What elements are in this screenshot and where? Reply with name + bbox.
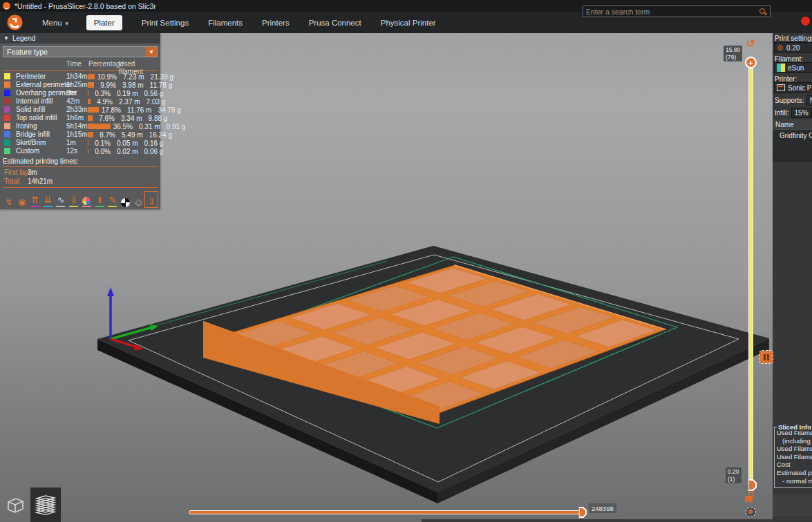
window-bottom-edge bbox=[422, 519, 773, 522]
pause-prints-icon[interactable]: ‖ bbox=[93, 192, 106, 207]
tab-prusa-connect[interactable]: Prusa Connect bbox=[309, 19, 361, 27]
unlock-icon[interactable] bbox=[744, 492, 755, 504]
moves-slider-track[interactable] bbox=[189, 510, 583, 514]
feature-color-swatch bbox=[4, 106, 10, 113]
dropdown-arrow-icon[interactable]: ▼ bbox=[146, 47, 157, 57]
app-logo-icon bbox=[3, 2, 10, 10]
print-settings-value: 0.20 bbox=[786, 44, 800, 52]
legend-title: Legend bbox=[12, 35, 35, 42]
legend-panel: ▼ Legend Feature type ▼ Time Percentage … bbox=[0, 33, 160, 209]
filament-color-swatch bbox=[777, 64, 785, 72]
legend-row: Overhang perimeter3m0.3%0.19 m0.56 g bbox=[3, 89, 158, 97]
printer-icon bbox=[777, 84, 785, 91]
legend-row: Ironing5h14m36.5%0.31 m0.91 g bbox=[3, 122, 158, 130]
object-list: Name Gridfinity Ca bbox=[773, 119, 812, 162]
sliced-info-line: Estimated prin bbox=[777, 469, 812, 477]
infill-row: Infill: 15% bbox=[775, 108, 812, 118]
cube-icon bbox=[3, 493, 27, 516]
legend-row: Internal infill42m4.9%2.37 m7.03 g bbox=[3, 97, 158, 106]
supports-row: Supports: Non bbox=[775, 95, 812, 106]
infill-label: Infill: bbox=[775, 109, 789, 117]
retractions-icon[interactable]: ⇈ bbox=[29, 192, 41, 207]
infill-dropdown[interactable]: 15% bbox=[791, 108, 812, 118]
object-item[interactable]: Gridfinity Ca bbox=[773, 130, 812, 139]
sliced-info-line: Used Filament bbox=[777, 453, 812, 461]
seams-icon[interactable]: ∿ bbox=[55, 192, 67, 207]
tab-printers[interactable]: Printers bbox=[262, 19, 290, 27]
sliced-info-line: Used Filament bbox=[777, 445, 812, 453]
notification-badge[interactable] bbox=[801, 17, 810, 26]
legend-row: Solid infill2h33m17.8%11.76 m34.79 g bbox=[3, 106, 158, 114]
sliced-info-line: Cost bbox=[777, 461, 812, 469]
filament-dropdown[interactable]: eSun bbox=[774, 62, 812, 73]
filament-value: eSun bbox=[788, 64, 804, 72]
legend-table-header: Time Percentage Used filament bbox=[3, 60, 158, 70]
feature-color-swatch bbox=[4, 148, 10, 154]
supports-dropdown[interactable]: Non bbox=[806, 95, 812, 106]
sliced-info-title: Sliced Info bbox=[777, 423, 812, 431]
tab-print-settings[interactable]: Print Settings bbox=[142, 19, 189, 27]
search-input[interactable]: Enter a search term bbox=[583, 6, 771, 17]
slider-settings-icon[interactable] bbox=[746, 507, 756, 517]
sidebar-bottom-box bbox=[773, 494, 812, 516]
legend-header[interactable]: ▼ Legend bbox=[0, 33, 160, 44]
prusa-logo-icon bbox=[7, 14, 23, 30]
menu-button[interactable]: Menu▼ bbox=[42, 19, 70, 27]
center-of-gravity-icon[interactable] bbox=[120, 192, 132, 207]
view-type-dropdown[interactable]: Feature type ▼ bbox=[3, 46, 158, 57]
sliced-info-line: - normal mo bbox=[777, 477, 812, 485]
tab-plater[interactable]: Plater bbox=[86, 15, 122, 30]
legend-row: Bridge infill1h15m8.7%5.49 m16.24 g bbox=[3, 130, 158, 139]
feature-color-swatch bbox=[4, 81, 10, 88]
preview-options-toolbar: ↯ ◉ ⇈ ⇊ ∿ ⇓ ‖ ✎ ◇ ⇩ bbox=[3, 191, 158, 207]
shells-icon[interactable]: ◇ bbox=[133, 192, 145, 207]
feature-color-swatch bbox=[4, 123, 10, 129]
layer-slider-bottom-tooltip: 0.20(1) bbox=[726, 467, 742, 483]
printer-value: Sonic P bbox=[788, 84, 811, 92]
layer-slider-top-handle[interactable]: + bbox=[745, 57, 757, 68]
printer-dropdown[interactable]: Sonic P bbox=[774, 82, 812, 93]
feature-color-swatch bbox=[4, 90, 10, 96]
preview-view-button[interactable] bbox=[30, 487, 61, 522]
supports-label: Supports: bbox=[775, 97, 804, 104]
deretractions-icon[interactable]: ⇊ bbox=[41, 192, 54, 207]
search-icon[interactable] bbox=[759, 8, 767, 16]
wipe-moves-icon[interactable]: ◉ bbox=[16, 192, 28, 207]
object-list-header: Name bbox=[773, 119, 812, 130]
one-layer-icon[interactable]: ⇩ bbox=[145, 192, 158, 207]
moves-slider-value: 248398 bbox=[589, 503, 616, 513]
search-placeholder: Enter a search term bbox=[586, 8, 759, 16]
settings-sidebar: Print settings: ⚙ 0.20 Filament: eSun Pr… bbox=[773, 33, 812, 522]
sliced-info-panel: Sliced Info Used Filament (including s U… bbox=[774, 427, 812, 488]
reset-slider-icon[interactable]: ↺ bbox=[746, 37, 755, 50]
travel-moves-icon[interactable]: ↯ bbox=[3, 192, 15, 207]
feature-color-swatch bbox=[4, 115, 10, 121]
view-type-value: Feature type bbox=[3, 48, 146, 56]
editor-view-button[interactable] bbox=[0, 487, 30, 522]
layer-slider-track[interactable] bbox=[748, 62, 753, 485]
total-time: Total:14h21m bbox=[3, 177, 158, 186]
legend-row: Top solid infill1h6m7.6%3.34 m9.88 g bbox=[3, 114, 158, 122]
custom-gcode-icon[interactable]: ✎ bbox=[106, 192, 119, 207]
prusaslicer-window: *Untitled - PrusaSlicer-2.8.0 based on S… bbox=[0, 0, 812, 522]
legend-row: Perimeter1h34m10.9%7.23 m21.39 g bbox=[3, 72, 158, 81]
color-changes-icon[interactable] bbox=[81, 192, 93, 207]
layers-icon bbox=[33, 492, 58, 517]
estimated-times-heading: Estimated printing times: bbox=[3, 157, 158, 165]
gear-icon: ⚙ bbox=[777, 44, 784, 52]
tool-changes-icon[interactable]: ⇓ bbox=[68, 192, 80, 207]
legend-row: Custom12s0.0%0.02 m0.06 g bbox=[3, 147, 158, 155]
sidebar-collapse-handle[interactable] bbox=[760, 351, 773, 363]
layer-slider-top-tooltip: 15.80(79) bbox=[724, 46, 742, 61]
print-settings-label: Print settings: bbox=[775, 35, 812, 42]
window-title: *Untitled - PrusaSlicer-2.8.0 based on S… bbox=[15, 2, 156, 10]
tab-filaments[interactable]: Filaments bbox=[208, 19, 243, 27]
sliced-info-line: (including s bbox=[777, 437, 812, 445]
print-settings-dropdown[interactable]: ⚙ 0.20 bbox=[774, 42, 812, 53]
feature-color-swatch bbox=[4, 131, 10, 137]
first-layer-time: First layer:3m bbox=[3, 168, 158, 177]
legend-row: External perimeter1h25m9.9%3.98 m11.78 g bbox=[3, 81, 158, 89]
collapse-triangle-icon[interactable]: ▼ bbox=[3, 35, 9, 41]
tab-physical-printer[interactable]: Physical Printer bbox=[381, 19, 436, 27]
feature-color-swatch bbox=[4, 73, 10, 79]
